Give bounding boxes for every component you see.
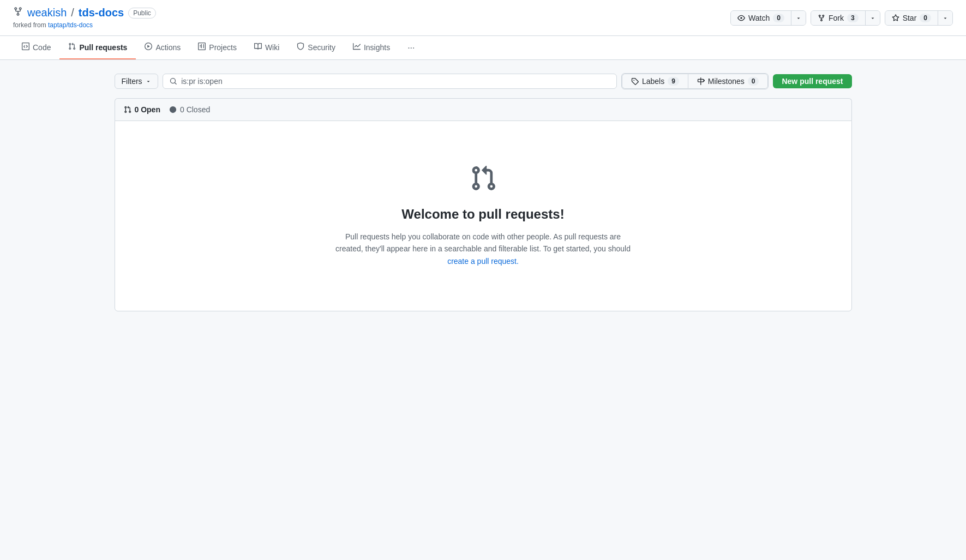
tab-wiki[interactable]: Wiki	[245, 36, 288, 59]
labels-button[interactable]: Labels 9	[622, 74, 688, 89]
actions-icon	[145, 43, 152, 52]
star-button[interactable]: Star 0	[885, 11, 938, 25]
pr-open-icon	[124, 106, 131, 113]
watch-button-group: Watch 0	[730, 10, 806, 26]
repo-info: weakish / tds-docs Public forked from ta…	[13, 7, 156, 29]
fork-dropdown[interactable]	[866, 11, 880, 25]
filters-label: Filters	[122, 77, 142, 86]
star-label: Star	[903, 14, 917, 22]
star-button-group: Star 0	[885, 10, 953, 26]
pr-empty-desc-text: Pull requests help you collaborate on co…	[335, 232, 631, 253]
labels-count: 9	[668, 77, 679, 86]
search-bar	[163, 74, 617, 89]
tab-insights-label: Insights	[364, 43, 390, 52]
top-bar: weakish / tds-docs Public forked from ta…	[0, 0, 966, 36]
pr-empty-description: Pull requests help you collaborate on co…	[333, 231, 633, 267]
create-pr-link[interactable]: create a pull request.	[447, 257, 519, 266]
repo-name-link[interactable]: tds-docs	[79, 7, 124, 19]
new-pr-label: New pull request	[782, 77, 843, 86]
tab-insights[interactable]: Insights	[344, 36, 399, 59]
milestones-label: Milestones	[708, 77, 745, 86]
repo-separator: /	[71, 7, 74, 19]
repo-owner-link[interactable]: weakish	[27, 7, 67, 19]
watch-dropdown[interactable]	[791, 11, 806, 25]
nav-tabs: Code Pull requests Actions Projects	[0, 36, 966, 60]
pr-empty-title: Welcome to pull requests!	[401, 207, 564, 222]
milestones-count: 0	[748, 77, 759, 86]
fork-button-group: Fork 3	[811, 10, 880, 26]
wiki-icon	[254, 43, 262, 52]
tab-actions[interactable]: Actions	[136, 36, 189, 59]
tab-projects[interactable]: Projects	[189, 36, 245, 59]
forked-from-text: forked from	[13, 21, 46, 29]
status-open[interactable]: 0 Open	[124, 105, 160, 114]
status-closed[interactable]: 0 Closed	[169, 105, 210, 114]
public-badge: Public	[128, 8, 156, 19]
repo-fork-icon	[13, 7, 23, 19]
fork-label: Fork	[829, 14, 844, 22]
pull-request-icon	[68, 43, 76, 52]
fork-source-link[interactable]: taptap/tds-docs	[48, 21, 93, 29]
tab-actions-label: Actions	[155, 43, 181, 52]
labels-label: Labels	[642, 77, 664, 86]
insights-icon	[353, 43, 361, 52]
watch-count: 0	[773, 14, 784, 22]
pr-empty-icon	[470, 165, 497, 194]
code-icon	[22, 43, 29, 52]
filters-button[interactable]: Filters	[115, 74, 158, 89]
pr-status-bar: 0 Open 0 Closed	[115, 98, 852, 121]
star-count: 0	[920, 14, 931, 22]
tab-code-label: Code	[33, 43, 51, 52]
projects-icon	[198, 43, 206, 52]
main-content: Filters Labels 9 Miles	[101, 60, 865, 560]
tab-security-label: Security	[308, 43, 335, 52]
watch-button[interactable]: Watch 0	[731, 11, 791, 25]
search-input[interactable]	[181, 77, 610, 86]
nav-more-label: ···	[407, 43, 415, 53]
fork-button[interactable]: Fork 3	[811, 11, 866, 25]
new-pull-request-button[interactable]: New pull request	[773, 74, 851, 88]
filter-bar: Filters Labels 9 Miles	[115, 73, 852, 89]
pr-list-container: 0 Open 0 Closed Welcome to pull requests…	[115, 98, 852, 311]
repo-actions: Watch 0 Fork 3	[730, 10, 953, 26]
open-count-label: 0 Open	[135, 105, 160, 114]
fork-count: 3	[847, 14, 859, 22]
pr-closed-icon	[169, 106, 177, 113]
labels-icon	[631, 77, 639, 85]
search-icon	[170, 77, 177, 85]
forked-from: forked from taptap/tds-docs	[13, 21, 156, 29]
security-icon	[297, 43, 304, 52]
milestones-icon	[697, 77, 705, 85]
star-dropdown[interactable]	[938, 11, 952, 25]
nav-more-button[interactable]: ···	[399, 37, 423, 59]
closed-count-label: 0 Closed	[180, 105, 210, 114]
tab-code[interactable]: Code	[13, 36, 59, 59]
tab-pull-requests-label: Pull requests	[79, 43, 127, 52]
tab-pull-requests[interactable]: Pull requests	[59, 36, 136, 59]
repo-title: weakish / tds-docs Public	[13, 7, 156, 19]
tab-wiki-label: Wiki	[265, 43, 279, 52]
pr-empty-state: Welcome to pull requests! Pull requests …	[115, 121, 852, 311]
tab-projects-label: Projects	[209, 43, 237, 52]
tab-security[interactable]: Security	[288, 36, 344, 59]
watch-label: Watch	[748, 14, 770, 22]
milestones-button[interactable]: Milestones 0	[688, 74, 769, 89]
